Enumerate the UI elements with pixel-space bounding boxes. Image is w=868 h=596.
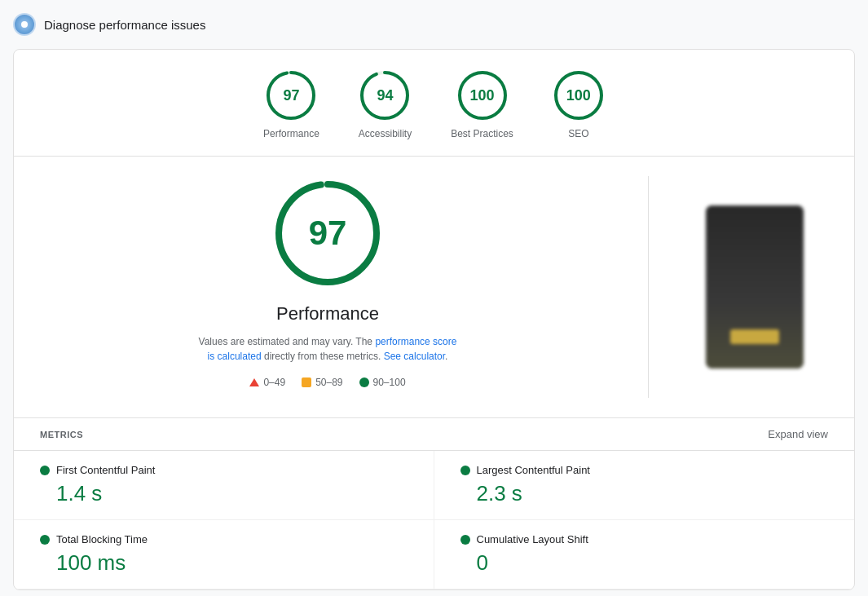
vertical-divider: [648, 176, 649, 398]
lcp-dot: [460, 466, 470, 475]
score-item-accessibility: 94 Accessibility: [359, 69, 412, 139]
cls-dot: [460, 535, 470, 545]
cls-name-row: Cumulative Layout Shift: [460, 533, 829, 545]
page-header: Diagnose performance issues: [13, 13, 855, 36]
metric-cls: Cumulative Layout Shift 0: [434, 520, 855, 589]
accessibility-circle: 94: [359, 69, 411, 121]
performance-score: 97: [283, 87, 299, 104]
left-panel: 97 Performance Values are estimated and …: [40, 176, 615, 398]
metrics-grid: First Contentful Paint 1.4 s Largest Con…: [14, 450, 854, 589]
legend-good: 90–100: [359, 377, 406, 388]
fcp-name: First Contentful Paint: [56, 464, 155, 476]
page-title: Diagnose performance issues: [44, 18, 205, 32]
screenshot-preview: [706, 205, 804, 369]
seo-score: 100: [566, 87, 591, 104]
best-practices-label: Best Practices: [451, 128, 513, 139]
expand-view-button[interactable]: Expand view: [768, 428, 828, 440]
score-description: Values are estimated and may vary. The p…: [197, 334, 458, 364]
metric-lcp: Largest Contentful Paint 2.3 s: [434, 451, 855, 520]
metric-fcp: First Contentful Paint 1.4 s: [14, 451, 434, 520]
cls-name: Cumulative Layout Shift: [477, 533, 588, 545]
right-panel: [681, 176, 828, 398]
cls-value: 0: [460, 550, 829, 576]
performance-circle: 97: [265, 69, 317, 121]
bad-range: 0–49: [263, 377, 285, 388]
description-prefix: Values are estimated and may vary. The: [199, 336, 372, 347]
big-performance-circle: 97: [271, 176, 385, 290]
best-practices-circle: 100: [456, 69, 509, 121]
average-range: 50–89: [315, 377, 342, 388]
metrics-section: METRICS Expand view First Contentful Pai…: [14, 417, 854, 589]
tbt-name-row: Total Blocking Time: [40, 533, 408, 545]
header-icon: [13, 13, 36, 36]
score-item-best-practices: 100 Best Practices: [451, 69, 513, 139]
fcp-name-row: First Contentful Paint: [40, 464, 408, 476]
lcp-name-row: Largest Contentful Paint: [460, 464, 829, 476]
main-content: 97 Performance Values are estimated and …: [14, 157, 854, 417]
big-score-label: Performance: [276, 303, 379, 324]
metrics-title: METRICS: [40, 430, 83, 439]
legend: 0–49 50–89 90–100: [249, 377, 405, 388]
legend-bad: 0–49: [249, 377, 285, 388]
metrics-header: METRICS Expand view: [14, 418, 854, 450]
legend-average: 50–89: [302, 377, 342, 388]
score-item-performance: 97 Performance: [263, 69, 319, 139]
good-icon: [359, 377, 369, 387]
accessibility-label: Accessibility: [359, 128, 412, 139]
calculator-link[interactable]: See calculator: [384, 351, 445, 362]
description-suffix: .: [445, 351, 447, 362]
tbt-dot: [40, 535, 50, 545]
best-practices-score: 100: [469, 87, 494, 104]
bad-icon: [249, 378, 259, 386]
seo-label: SEO: [568, 128, 588, 139]
good-range: 90–100: [373, 377, 406, 388]
tbt-value: 100 ms: [40, 550, 408, 576]
accessibility-score: 94: [377, 87, 393, 104]
fcp-dot: [40, 466, 50, 475]
seo-circle: 100: [553, 69, 605, 121]
tbt-name: Total Blocking Time: [56, 533, 148, 545]
metric-tbt: Total Blocking Time 100 ms: [14, 520, 434, 589]
fcp-value: 1.4 s: [40, 481, 408, 506]
lcp-value: 2.3 s: [460, 481, 829, 506]
description-mid: directly from these metrics.: [264, 351, 381, 362]
average-icon: [302, 377, 311, 387]
main-card: 97 Performance 94 Accessibility 100: [13, 49, 855, 590]
score-summary: 97 Performance 94 Accessibility 100: [14, 50, 854, 157]
lcp-name: Largest Contentful Paint: [477, 464, 590, 476]
performance-label: Performance: [263, 128, 319, 139]
score-item-seo: 100 SEO: [553, 69, 605, 139]
big-performance-score: 97: [309, 214, 347, 253]
